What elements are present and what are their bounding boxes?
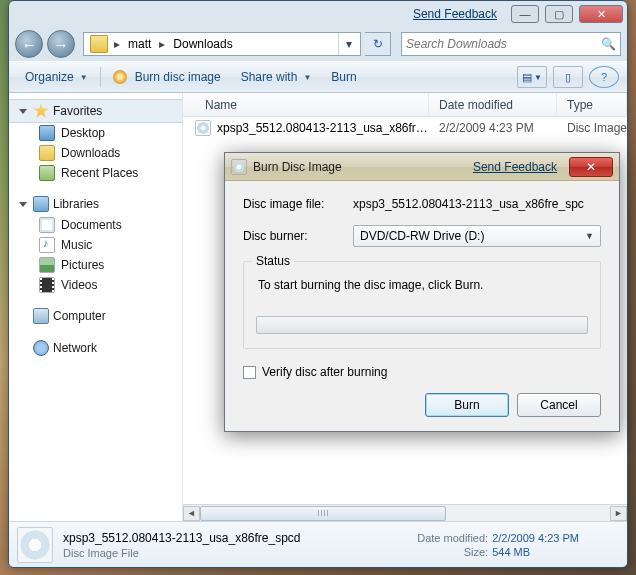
view-options-button[interactable]: ▤▼ xyxy=(517,66,547,88)
expand-icon xyxy=(19,109,27,114)
verify-checkbox[interactable] xyxy=(243,366,256,379)
navigation-pane: Favorites Desktop Downloads Recent Place… xyxy=(9,93,183,521)
column-headers: Name Date modified Type xyxy=(183,93,627,117)
search-box[interactable]: 🔍 xyxy=(401,32,621,56)
toolbar: Organize▼ Burn disc image Share with▼ Bu… xyxy=(9,61,627,93)
breadcrumb-matt[interactable]: matt xyxy=(122,37,157,51)
libraries-icon xyxy=(33,196,49,212)
details-size-label: Size: xyxy=(402,546,492,558)
close-button[interactable]: ✕ xyxy=(579,5,623,23)
desktop-icon xyxy=(39,125,55,141)
preview-pane-button[interactable]: ▯ xyxy=(553,66,583,88)
forward-button[interactable]: → xyxy=(47,30,75,58)
pictures-icon xyxy=(39,257,55,273)
burn-disc-image-button[interactable]: Burn disc image xyxy=(105,66,229,88)
burn-disc-icon xyxy=(113,70,127,84)
share-with-button[interactable]: Share with▼ xyxy=(233,66,320,88)
disc-image-file-value: xpsp3_5512.080413-2113_usa_x86fre_spc xyxy=(353,197,601,211)
progress-bar xyxy=(256,316,588,334)
details-date-label: Date modified: xyxy=(402,532,492,544)
scroll-left-button[interactable]: ◄ xyxy=(183,506,200,521)
sidebar-item-music[interactable]: Music xyxy=(9,235,182,255)
dialog-titlebar: Burn Disc Image Send Feedback ✕ xyxy=(225,153,619,181)
search-input[interactable] xyxy=(406,37,601,51)
disc-burner-value: DVD/CD-RW Drive (D:) xyxy=(360,229,484,243)
organize-button[interactable]: Organize▼ xyxy=(17,66,96,88)
minimize-button[interactable]: — xyxy=(511,5,539,23)
help-button[interactable]: ? xyxy=(589,66,619,88)
status-message: To start burning the disc image, click B… xyxy=(258,278,588,292)
refresh-icon: ↻ xyxy=(373,37,383,51)
dialog-burn-button[interactable]: Burn xyxy=(425,393,509,417)
folder-icon xyxy=(39,145,55,161)
address-dropdown-button[interactable]: ▾ xyxy=(338,33,358,55)
favorites-group[interactable]: Favorites xyxy=(9,99,182,123)
back-button[interactable]: ← xyxy=(15,30,43,58)
crumb-sep-icon: ▸ xyxy=(157,37,167,51)
refresh-button[interactable]: ↻ xyxy=(365,32,391,56)
scroll-right-button[interactable]: ► xyxy=(610,506,627,521)
disc-image-icon xyxy=(17,527,53,563)
verify-label[interactable]: Verify disc after burning xyxy=(262,365,387,379)
computer-icon xyxy=(33,308,49,324)
details-pane: xpsp3_5512.080413-2113_usa_x86fre_spcd D… xyxy=(9,521,627,567)
file-name: xpsp3_5512.080413-2113_usa_x86fre_spcd xyxy=(217,121,429,135)
send-feedback-link[interactable]: Send Feedback xyxy=(413,7,497,21)
disc-burner-select[interactable]: DVD/CD-RW Drive (D:) ▼ xyxy=(353,225,601,247)
details-size-value: 544 MB xyxy=(492,546,530,558)
status-legend: Status xyxy=(252,254,294,268)
disc-image-file-label: Disc image file: xyxy=(243,197,353,211)
sidebar-item-documents[interactable]: Documents xyxy=(9,215,182,235)
horizontal-scrollbar[interactable]: ◄ ► xyxy=(183,504,627,521)
burn-disc-dialog: Burn Disc Image Send Feedback ✕ Disc ima… xyxy=(224,152,620,432)
dialog-title: Burn Disc Image xyxy=(253,160,342,174)
navbar: ← → ▸ matt ▸ Downloads ▾ ↻ 🔍 xyxy=(9,27,627,61)
expand-icon xyxy=(19,202,27,207)
music-icon xyxy=(39,237,55,253)
details-date-value: 2/2/2009 4:23 PM xyxy=(492,532,579,544)
status-group: Status To start burning the disc image, … xyxy=(243,261,601,349)
network-icon xyxy=(33,340,49,356)
burn-button[interactable]: Burn xyxy=(323,66,364,88)
column-date[interactable]: Date modified xyxy=(429,93,557,116)
dialog-close-button[interactable]: ✕ xyxy=(569,157,613,177)
sidebar-item-desktop[interactable]: Desktop xyxy=(9,123,182,143)
disc-image-icon xyxy=(195,120,211,136)
disc-burner-label: Disc burner: xyxy=(243,229,353,243)
scroll-track[interactable] xyxy=(200,506,610,521)
forward-arrow-icon: → xyxy=(54,36,69,53)
network-group[interactable]: Network xyxy=(9,337,182,359)
file-type: Disc Image F xyxy=(557,121,627,135)
disc-icon xyxy=(231,159,247,175)
recent-icon xyxy=(39,165,55,181)
address-bar[interactable]: ▸ matt ▸ Downloads ▾ xyxy=(83,32,361,56)
sidebar-item-pictures[interactable]: Pictures xyxy=(9,255,182,275)
search-icon: 🔍 xyxy=(601,37,616,51)
sidebar-item-recent[interactable]: Recent Places xyxy=(9,163,182,183)
chevron-down-icon: ▼ xyxy=(303,73,311,82)
videos-icon xyxy=(39,277,55,293)
dialog-feedback-link[interactable]: Send Feedback xyxy=(473,160,557,174)
dialog-cancel-button[interactable]: Cancel xyxy=(517,393,601,417)
details-name: xpsp3_5512.080413-2113_usa_x86fre_spcd xyxy=(63,531,301,545)
documents-icon xyxy=(39,217,55,233)
column-type[interactable]: Type xyxy=(557,93,627,116)
file-row[interactable]: xpsp3_5512.080413-2113_usa_x86fre_spcd 2… xyxy=(183,117,627,139)
sidebar-item-downloads[interactable]: Downloads xyxy=(9,143,182,163)
breadcrumb-downloads[interactable]: Downloads xyxy=(167,37,238,51)
libraries-group[interactable]: Libraries xyxy=(9,193,182,215)
column-name[interactable]: Name xyxy=(183,93,429,116)
titlebar: Send Feedback — ▢ ✕ xyxy=(9,1,627,27)
details-type: Disc Image File xyxy=(63,547,301,559)
computer-group[interactable]: Computer xyxy=(9,305,182,327)
folder-icon xyxy=(90,35,108,53)
chevron-down-icon: ▼ xyxy=(80,73,88,82)
crumb-sep-icon: ▸ xyxy=(112,37,122,51)
chevron-down-icon: ▼ xyxy=(585,231,594,241)
file-date: 2/2/2009 4:23 PM xyxy=(429,121,557,135)
back-arrow-icon: ← xyxy=(22,36,37,53)
sidebar-item-videos[interactable]: Videos xyxy=(9,275,182,295)
scroll-thumb[interactable] xyxy=(200,506,446,521)
star-icon xyxy=(33,103,49,119)
maximize-button[interactable]: ▢ xyxy=(545,5,573,23)
